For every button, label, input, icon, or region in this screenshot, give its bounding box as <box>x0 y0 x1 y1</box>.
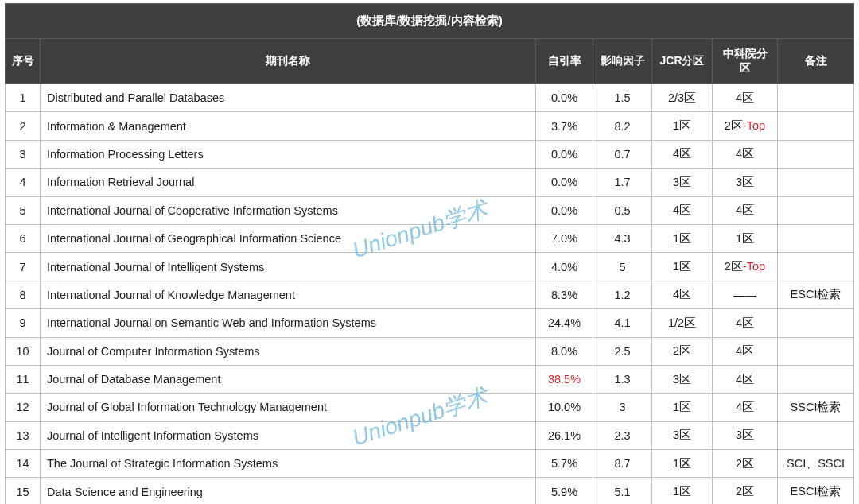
table-row: 12Journal of Global Information Technolo… <box>6 394 854 421</box>
cell-name: Information Processing Letters <box>41 140 536 168</box>
cell-idx: 5 <box>6 196 41 224</box>
table-row: 4Information Retrieval Journal0.0%1.73区3… <box>6 169 854 196</box>
cell-cas: 4区 <box>713 337 778 365</box>
header-jcr: JCR分区 <box>652 39 713 84</box>
cell-name: Journal of Global Information Technology… <box>41 394 536 421</box>
cell-idx: 3 <box>6 140 41 168</box>
table-row: 8International Journal of Knowledge Mana… <box>6 281 854 308</box>
cell-note: ESCI检索 <box>778 478 854 504</box>
cell-cas: 4区 <box>713 309 778 337</box>
table-row: 2Information & Management3.7%8.21区2区-Top <box>6 112 854 140</box>
cell-cas: 2区 <box>713 478 778 504</box>
cell-name: International Journal of Cooperative Inf… <box>41 196 536 224</box>
cell-self: 8.0% <box>536 337 593 365</box>
cell-if: 1.3 <box>593 365 652 393</box>
cell-idx: 13 <box>6 421 41 449</box>
cell-self: 0.0% <box>536 84 593 112</box>
cell-note <box>778 253 854 281</box>
table-row: 10Journal of Computer Information System… <box>6 337 854 365</box>
table-row: 9International Journal on Semantic Web a… <box>6 309 854 337</box>
header-row: 序号 期刊名称 自引率 影响因子 JCR分区 中科院分区 备注 <box>6 39 854 84</box>
cell-idx: 8 <box>6 281 41 308</box>
cell-if: 4.3 <box>593 224 652 252</box>
cell-jcr: 1区 <box>652 253 713 281</box>
cell-note <box>778 224 854 252</box>
cell-jcr: 4区 <box>652 196 713 224</box>
cell-cas: 2区-Top <box>713 253 778 281</box>
cell-if: 0.7 <box>593 140 652 168</box>
cell-name: Journal of Intelligent Information Syste… <box>41 421 536 449</box>
cell-self: 5.9% <box>536 478 593 504</box>
cell-note <box>778 196 854 224</box>
cell-idx: 12 <box>6 394 41 421</box>
header-if: 影响因子 <box>593 39 652 84</box>
cell-name: The Journal of Strategic Information Sys… <box>41 450 536 478</box>
cell-if: 8.2 <box>593 112 652 140</box>
cell-if: 5 <box>593 253 652 281</box>
cell-if: 1.2 <box>593 281 652 308</box>
cell-idx: 4 <box>6 169 41 196</box>
cell-self: 8.3% <box>536 281 593 308</box>
table-row: 7International Journal of Intelligent Sy… <box>6 253 854 281</box>
table-row: 3Information Processing Letters0.0%0.74区… <box>6 140 854 168</box>
cell-jcr: 2/3区 <box>652 84 713 112</box>
cell-self: 24.4% <box>536 309 593 337</box>
table-row: 6International Journal of Geographical I… <box>6 224 854 252</box>
cell-note: SSCI检索 <box>778 394 854 421</box>
cell-name: Information & Management <box>41 112 536 140</box>
cell-note <box>778 112 854 140</box>
cell-note: SCI、SSCI <box>778 450 854 478</box>
cell-idx: 14 <box>6 450 41 478</box>
cell-if: 2.3 <box>593 421 652 449</box>
cell-self: 3.7% <box>536 112 593 140</box>
cell-name: Data Science and Engineering <box>41 478 536 504</box>
cell-idx: 9 <box>6 309 41 337</box>
cell-note <box>778 169 854 196</box>
cell-jcr: 1区 <box>652 478 713 504</box>
header-idx: 序号 <box>6 39 41 84</box>
cell-jcr: 3区 <box>652 169 713 196</box>
cell-jcr: 1区 <box>652 394 713 421</box>
cell-cas: 4区 <box>713 84 778 112</box>
table-row: 1Distributed and Parallel Databases0.0%1… <box>6 84 854 112</box>
cell-name: Distributed and Parallel Databases <box>41 84 536 112</box>
cell-idx: 10 <box>6 337 41 365</box>
cell-cas: 2区-Top <box>713 112 778 140</box>
cell-if: 4.1 <box>593 309 652 337</box>
cell-cas: 1区 <box>713 224 778 252</box>
cell-jcr: 1区 <box>652 450 713 478</box>
cell-self: 4.0% <box>536 253 593 281</box>
cell-cas: —— <box>713 281 778 308</box>
table-row: 14The Journal of Strategic Information S… <box>6 450 854 478</box>
cell-self: 10.0% <box>536 394 593 421</box>
cell-jcr: 2区 <box>652 337 713 365</box>
cell-if: 3 <box>593 394 652 421</box>
cell-self: 0.0% <box>536 169 593 196</box>
header-name: 期刊名称 <box>41 39 536 84</box>
header-cas: 中科院分区 <box>713 39 778 84</box>
cell-self: 7.0% <box>536 224 593 252</box>
cell-jcr: 4区 <box>652 140 713 168</box>
cell-self: 0.0% <box>536 196 593 224</box>
cell-name: International Journal of Knowledge Manag… <box>41 281 536 308</box>
cell-idx: 7 <box>6 253 41 281</box>
cell-note <box>778 365 854 393</box>
cell-cas: 4区 <box>713 394 778 421</box>
table-row: 13Journal of Intelligent Information Sys… <box>6 421 854 449</box>
cell-self: 26.1% <box>536 421 593 449</box>
cell-jcr: 1/2区 <box>652 309 713 337</box>
cell-note <box>778 140 854 168</box>
cell-name: International Journal of Intelligent Sys… <box>41 253 536 281</box>
cell-note: ESCI检索 <box>778 281 854 308</box>
cell-cas: 3区 <box>713 421 778 449</box>
cell-self: 5.7% <box>536 450 593 478</box>
cell-jcr: 3区 <box>652 421 713 449</box>
header-self: 自引率 <box>536 39 593 84</box>
cell-note <box>778 337 854 365</box>
cell-jcr: 1区 <box>652 112 713 140</box>
cell-cas: 4区 <box>713 365 778 393</box>
cell-jcr: 3区 <box>652 365 713 393</box>
cell-if: 1.7 <box>593 169 652 196</box>
cell-if: 1.5 <box>593 84 652 112</box>
cell-note <box>778 421 854 449</box>
